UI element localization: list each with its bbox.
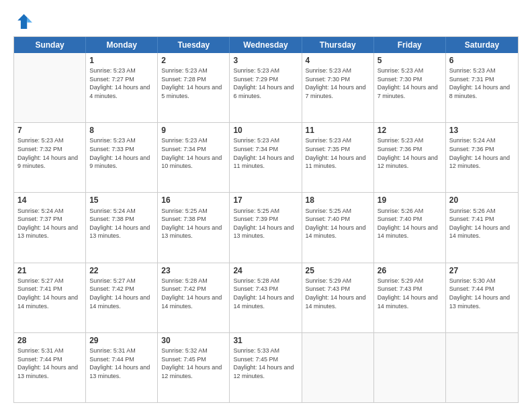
day-number: 16 xyxy=(161,195,226,205)
day-number: 20 xyxy=(449,195,515,205)
cell-info: Sunrise: 5:25 AMSunset: 7:39 PMDaylight:… xyxy=(233,207,298,240)
calendar-cell: 24Sunrise: 5:28 AMSunset: 7:43 PMDayligh… xyxy=(230,263,302,332)
day-number: 9 xyxy=(161,125,226,136)
calendar-cell: 1Sunrise: 5:23 AMSunset: 7:27 PMDaylight… xyxy=(86,53,158,122)
day-number: 13 xyxy=(449,125,515,136)
header-day-tuesday: Tuesday xyxy=(158,37,230,53)
cell-info: Sunrise: 5:24 AMSunset: 7:36 PMDaylight:… xyxy=(449,136,515,170)
cell-info: Sunrise: 5:23 AMSunset: 7:30 PMDaylight:… xyxy=(306,66,370,100)
day-number: 25 xyxy=(306,265,370,276)
cell-info: Sunrise: 5:25 AMSunset: 7:38 PMDaylight:… xyxy=(161,207,226,240)
day-number: 5 xyxy=(378,55,442,66)
cell-info: Sunrise: 5:33 AMSunset: 7:45 PMDaylight:… xyxy=(233,347,298,380)
calendar-cell: 28Sunrise: 5:31 AMSunset: 7:44 PMDayligh… xyxy=(14,333,86,402)
cell-info: Sunrise: 5:23 AMSunset: 7:29 PMDaylight:… xyxy=(233,66,298,100)
cell-info: Sunrise: 5:24 AMSunset: 7:38 PMDaylight:… xyxy=(89,207,154,240)
logo-icon xyxy=(13,12,32,31)
calendar-cell xyxy=(14,53,86,122)
calendar-cell: 3Sunrise: 5:23 AMSunset: 7:29 PMDaylight… xyxy=(230,53,302,122)
day-number: 19 xyxy=(378,195,442,205)
day-number: 6 xyxy=(449,55,515,66)
calendar-cell: 18Sunrise: 5:25 AMSunset: 7:40 PMDayligh… xyxy=(302,193,374,262)
day-number: 2 xyxy=(161,55,226,66)
day-number: 14 xyxy=(17,195,82,205)
cell-info: Sunrise: 5:23 AMSunset: 7:35 PMDaylight:… xyxy=(306,136,370,170)
day-number: 27 xyxy=(449,265,515,276)
cell-info: Sunrise: 5:30 AMSunset: 7:44 PMDaylight:… xyxy=(449,277,515,310)
calendar-week-3: 14Sunrise: 5:24 AMSunset: 7:37 PMDayligh… xyxy=(14,193,518,263)
cell-info: Sunrise: 5:23 AMSunset: 7:34 PMDaylight:… xyxy=(161,136,226,170)
calendar-cell: 4Sunrise: 5:23 AMSunset: 7:30 PMDaylight… xyxy=(302,53,374,122)
calendar-week-4: 21Sunrise: 5:27 AMSunset: 7:41 PMDayligh… xyxy=(14,263,518,333)
day-number: 8 xyxy=(89,125,154,136)
cell-info: Sunrise: 5:29 AMSunset: 7:43 PMDaylight:… xyxy=(306,277,370,310)
cell-info: Sunrise: 5:28 AMSunset: 7:43 PMDaylight:… xyxy=(233,277,298,310)
cell-info: Sunrise: 5:23 AMSunset: 7:34 PMDaylight:… xyxy=(233,136,298,170)
calendar-cell: 17Sunrise: 5:25 AMSunset: 7:39 PMDayligh… xyxy=(230,193,302,262)
cell-info: Sunrise: 5:29 AMSunset: 7:43 PMDaylight:… xyxy=(378,277,442,310)
day-number: 3 xyxy=(233,55,298,66)
day-number: 26 xyxy=(378,265,442,276)
cell-info: Sunrise: 5:23 AMSunset: 7:33 PMDaylight:… xyxy=(89,136,154,170)
day-number: 15 xyxy=(89,195,154,205)
calendar-cell: 30Sunrise: 5:32 AMSunset: 7:45 PMDayligh… xyxy=(158,333,230,402)
day-number: 4 xyxy=(306,55,370,66)
header-day-thursday: Thursday xyxy=(302,37,374,53)
calendar-cell: 12Sunrise: 5:23 AMSunset: 7:36 PMDayligh… xyxy=(374,123,446,192)
calendar-cell: 25Sunrise: 5:29 AMSunset: 7:43 PMDayligh… xyxy=(302,263,374,332)
day-number: 7 xyxy=(17,125,82,136)
cell-info: Sunrise: 5:23 AMSunset: 7:30 PMDaylight:… xyxy=(378,66,442,100)
calendar-body: 1Sunrise: 5:23 AMSunset: 7:27 PMDaylight… xyxy=(14,53,518,402)
calendar-cell: 27Sunrise: 5:30 AMSunset: 7:44 PMDayligh… xyxy=(446,263,518,332)
day-number: 24 xyxy=(233,265,298,276)
day-number: 12 xyxy=(378,125,442,136)
calendar-cell: 23Sunrise: 5:28 AMSunset: 7:42 PMDayligh… xyxy=(158,263,230,332)
day-number: 21 xyxy=(17,265,82,276)
calendar-cell: 15Sunrise: 5:24 AMSunset: 7:38 PMDayligh… xyxy=(86,193,158,262)
calendar-cell: 19Sunrise: 5:26 AMSunset: 7:40 PMDayligh… xyxy=(374,193,446,262)
calendar-week-2: 7Sunrise: 5:23 AMSunset: 7:32 PMDaylight… xyxy=(14,123,518,193)
cell-info: Sunrise: 5:32 AMSunset: 7:45 PMDaylight:… xyxy=(161,347,226,380)
header-day-friday: Friday xyxy=(374,37,446,53)
day-number: 11 xyxy=(306,125,370,136)
calendar-week-1: 1Sunrise: 5:23 AMSunset: 7:27 PMDaylight… xyxy=(14,53,518,123)
cell-info: Sunrise: 5:24 AMSunset: 7:37 PMDaylight:… xyxy=(17,207,82,240)
day-number: 29 xyxy=(89,335,154,346)
header-day-monday: Monday xyxy=(86,37,158,53)
day-number: 28 xyxy=(17,335,82,346)
calendar-cell: 20Sunrise: 5:26 AMSunset: 7:41 PMDayligh… xyxy=(446,193,518,262)
calendar-cell: 10Sunrise: 5:23 AMSunset: 7:34 PMDayligh… xyxy=(230,123,302,192)
calendar-cell: 9Sunrise: 5:23 AMSunset: 7:34 PMDaylight… xyxy=(158,123,230,192)
cell-info: Sunrise: 5:26 AMSunset: 7:41 PMDaylight:… xyxy=(449,207,515,240)
day-number: 22 xyxy=(89,265,154,276)
calendar-cell xyxy=(302,333,374,402)
cell-info: Sunrise: 5:28 AMSunset: 7:42 PMDaylight:… xyxy=(161,277,226,310)
header-day-saturday: Saturday xyxy=(446,37,518,53)
calendar-cell xyxy=(374,333,446,402)
calendar-cell: 13Sunrise: 5:24 AMSunset: 7:36 PMDayligh… xyxy=(446,123,518,192)
calendar-cell: 26Sunrise: 5:29 AMSunset: 7:43 PMDayligh… xyxy=(374,263,446,332)
day-number: 30 xyxy=(161,335,226,346)
header-day-sunday: Sunday xyxy=(14,37,86,53)
calendar-cell: 29Sunrise: 5:31 AMSunset: 7:44 PMDayligh… xyxy=(86,333,158,402)
cell-info: Sunrise: 5:23 AMSunset: 7:36 PMDaylight:… xyxy=(378,136,442,170)
calendar: SundayMondayTuesdayWednesdayThursdayFrid… xyxy=(13,36,519,403)
calendar-cell: 5Sunrise: 5:23 AMSunset: 7:30 PMDaylight… xyxy=(374,53,446,122)
page-header xyxy=(13,12,519,31)
calendar-cell: 6Sunrise: 5:23 AMSunset: 7:31 PMDaylight… xyxy=(446,53,518,122)
calendar-header: SundayMondayTuesdayWednesdayThursdayFrid… xyxy=(14,37,518,53)
calendar-cell: 2Sunrise: 5:23 AMSunset: 7:28 PMDaylight… xyxy=(158,53,230,122)
calendar-week-5: 28Sunrise: 5:31 AMSunset: 7:44 PMDayligh… xyxy=(14,333,518,402)
cell-info: Sunrise: 5:27 AMSunset: 7:42 PMDaylight:… xyxy=(89,277,154,310)
day-number: 17 xyxy=(233,195,298,205)
day-number: 18 xyxy=(306,195,370,205)
day-number: 1 xyxy=(89,55,154,66)
logo xyxy=(13,12,35,31)
calendar-cell: 11Sunrise: 5:23 AMSunset: 7:35 PMDayligh… xyxy=(302,123,374,192)
calendar-cell xyxy=(446,333,518,402)
cell-info: Sunrise: 5:25 AMSunset: 7:40 PMDaylight:… xyxy=(306,207,370,240)
calendar-cell: 31Sunrise: 5:33 AMSunset: 7:45 PMDayligh… xyxy=(230,333,302,402)
cell-info: Sunrise: 5:26 AMSunset: 7:40 PMDaylight:… xyxy=(378,207,442,240)
calendar-cell: 8Sunrise: 5:23 AMSunset: 7:33 PMDaylight… xyxy=(86,123,158,192)
day-number: 10 xyxy=(233,125,298,136)
